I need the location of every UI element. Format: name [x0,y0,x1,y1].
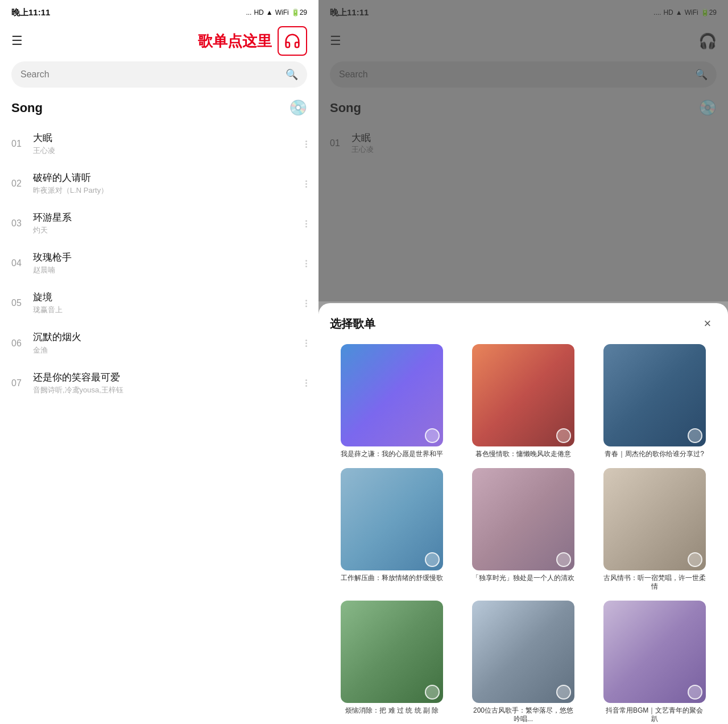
playlist-item-6[interactable]: 古风情书：听一宿梵唱，许一世柔情 [592,468,717,591]
song-info: 旋境 珑赢音上 [33,291,297,315]
cd-icon-left[interactable]: 💿 [289,99,307,117]
song-item-6[interactable]: 06 沉默的烟火 金渔 [0,323,318,363]
headphone-button[interactable] [278,26,307,56]
song-artist: 音阙诗听,冷鸢yousa,王梓钰 [33,385,297,395]
search-input-left[interactable] [20,69,286,80]
playlist-name-4: 工作解压曲：释放情绪的舒缓慢歌 [341,574,443,583]
song-info: 破碎的人请听 昨夜派对（L.N Party） [33,172,297,196]
playlist-name-8: 200位古风歌手：繁华落尽，悠悠吟唱... [472,706,574,724]
playlist-check-4 [425,552,440,567]
playlist-item-4[interactable]: 工作解压曲：释放情绪的舒缓慢歌 [330,468,454,591]
playlist-name-7: 烦恼消除：把 难 过 统 统 副 除 [341,706,443,715]
playlist-item-1[interactable]: 我是薛之谦：我的心愿是世界和平 [330,344,454,459]
section-header-left: Song 💿 [0,97,318,124]
song-artist: 昨夜派对（L.N Party） [33,185,297,196]
playlist-item-7[interactable]: 烦恼消除：把 难 过 统 统 副 除 [330,601,454,724]
song-more-icon[interactable] [305,300,307,307]
playlist-cover-1 [341,344,443,446]
status-icons-left: ... HD ▲ WiFi 🔋29 [246,9,307,16]
search-bar-left[interactable]: 🔍 [11,61,307,88]
song-list-left: 01 大眠 王心凌 02 破碎的人请听 昨夜派对（L.N Party） 03 环… [0,124,318,403]
playlist-name-6: 古风情书：听一宿梵唱，许一世柔情 [603,574,706,591]
song-item-1[interactable]: 01 大眠 王心凌 [0,124,318,164]
playlist-check-2 [556,428,571,443]
playlist-item-2[interactable]: 暮色慢情歌：慵懒晚风吹走倦意 [461,344,586,459]
song-item-7[interactable]: 07 还是你的笑容最可爱 音阙诗听,冷鸢yousa,王梓钰 [0,363,318,403]
song-more-icon[interactable] [305,220,307,227]
close-modal-button[interactable]: × [698,315,717,333]
playlist-modal: 选择歌单 × 我是薛之谦：我的心愿是世界和平 暮色慢情歌：慵懒晚风吹走倦意 [318,303,728,724]
playlist-check-5 [556,552,571,567]
song-num: 06 [11,338,25,349]
song-num: 04 [11,258,25,268]
song-item-3[interactable]: 03 环游星系 灼天 [0,204,318,243]
playlist-check-6 [688,552,702,567]
song-num: 01 [11,139,25,149]
playlist-cover-8 [472,601,574,703]
playlist-name-2: 暮色慢情歌：慵懒晚风吹走倦意 [472,450,574,459]
playlist-name-5: 「独享时光」独处是一个人的清欢 [472,574,574,583]
modal-header: 选择歌单 × [330,315,717,333]
song-info: 大眠 王心凌 [33,132,297,156]
song-artist: 王心凌 [33,146,297,156]
song-info: 沉默的烟火 金渔 [33,331,297,355]
song-num: 02 [11,179,25,189]
instruction-text: 歌单点这里 [198,31,272,51]
time-left: 晚上11:11 [11,7,50,18]
playlist-cover-2 [472,344,574,446]
song-num: 07 [11,378,25,388]
status-bar-left: 晚上11:11 ... HD ▲ WiFi 🔋29 [0,0,318,25]
playlist-name-9: 抖音常用BGM｜文艺青年的聚会趴 [603,706,706,724]
playlist-cover-3 [603,344,706,446]
search-icon-left: 🔍 [286,68,298,81]
playlist-cover-7 [341,601,443,703]
song-more-icon[interactable] [305,379,307,387]
song-info: 还是你的笑容最可爱 音阙诗听,冷鸢yousa,王梓钰 [33,371,297,395]
playlist-name-1: 我是薛之谦：我的心愿是世界和平 [341,450,443,459]
playlist-check-1 [425,428,440,443]
playlist-item-8[interactable]: 200位古风歌手：繁华落尽，悠悠吟唱... [461,601,586,724]
song-more-icon[interactable] [305,180,307,188]
song-num: 03 [11,218,25,229]
song-num: 05 [11,298,25,308]
playlist-cover-5 [472,468,574,570]
playlist-check-3 [688,428,702,443]
playlist-cover-9 [603,601,706,703]
playlist-cover-6 [603,468,706,570]
song-title: 大眠 [33,132,297,144]
modal-title: 选择歌单 [330,316,375,332]
playlist-check-9 [688,685,702,700]
song-artist: 灼天 [33,225,297,235]
playlist-cover-4 [341,468,443,570]
right-panel: 晚上11:11 .... HD ▲ WiFi 🔋29 ☰ 🎧 Search 🔍 … [318,0,728,724]
playlist-item-5[interactable]: 「独享时光」独处是一个人的清欢 [461,468,586,591]
song-title: 旋境 [33,291,297,304]
song-title: 还是你的笑容最可爱 [33,371,297,384]
song-item-5[interactable]: 05 旋境 珑赢音上 [0,283,318,323]
section-title-left: Song [11,101,43,115]
song-title: 破碎的人请听 [33,172,297,184]
playlist-grid: 我是薛之谦：我的心愿是世界和平 暮色慢情歌：慵懒晚风吹走倦意 青春｜周杰伦的歌你… [330,344,717,724]
left-panel: 晚上11:11 ... HD ▲ WiFi 🔋29 ☰ 歌单点这里 🔍 [0,0,318,724]
playlist-item-3[interactable]: 青春｜周杰伦的歌你给谁分享过? [592,344,717,459]
song-title: 环游星系 [33,212,297,224]
song-artist: 赵晨喃 [33,265,297,275]
song-item-4[interactable]: 04 玫瑰枪手 赵晨喃 [0,243,318,283]
playlist-item-9[interactable]: 抖音常用BGM｜文艺青年的聚会趴 [592,601,717,724]
song-more-icon[interactable] [305,260,307,267]
song-title: 玫瑰枪手 [33,251,297,264]
song-item-2[interactable]: 02 破碎的人请听 昨夜派对（L.N Party） [0,164,318,204]
instruction-area: 歌单点这里 [198,26,307,56]
song-more-icon[interactable] [305,140,307,148]
song-info: 环游星系 灼天 [33,212,297,235]
playlist-check-8 [556,685,571,700]
top-nav-left: ☰ 歌单点这里 [0,25,318,57]
playlist-name-3: 青春｜周杰伦的歌你给谁分享过? [603,450,706,459]
song-more-icon[interactable] [305,340,307,347]
song-artist: 珑赢音上 [33,305,297,315]
playlist-check-7 [425,685,440,700]
menu-icon-left[interactable]: ☰ [11,34,23,48]
song-info: 玫瑰枪手 赵晨喃 [33,251,297,275]
song-title: 沉默的烟火 [33,331,297,344]
song-artist: 金渔 [33,345,297,355]
